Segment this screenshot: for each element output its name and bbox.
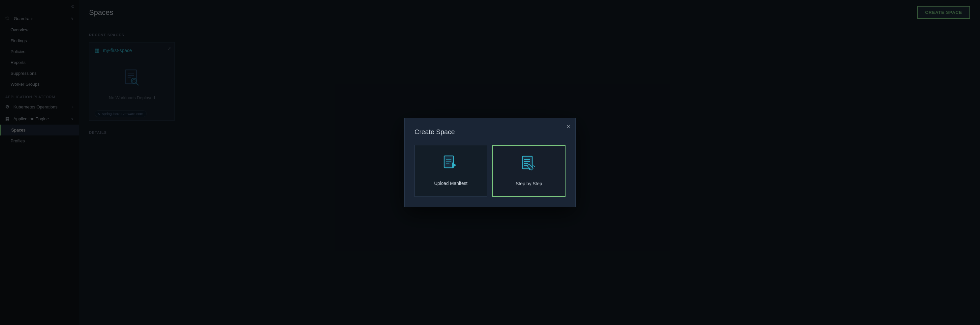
modal-option-step-by-step[interactable]: Step by Step: [492, 145, 565, 197]
svg-line-18: [533, 165, 535, 167]
modal-option-upload-manifest[interactable]: Upload Manifest: [415, 145, 487, 197]
step-by-step-icon: [522, 155, 536, 175]
upload-manifest-icon: [444, 155, 458, 175]
modal-options: Upload Manifest: [415, 145, 565, 197]
step-by-step-label: Step by Step: [516, 181, 542, 186]
modal-overlay[interactable]: Create Space × Upload Manifest: [0, 0, 980, 325]
modal-close-button[interactable]: ×: [566, 124, 570, 130]
upload-manifest-label: Upload Manifest: [434, 181, 467, 186]
modal-title: Create Space: [415, 128, 565, 136]
svg-marker-11: [452, 163, 456, 168]
create-space-modal: Create Space × Upload Manifest: [404, 118, 576, 207]
